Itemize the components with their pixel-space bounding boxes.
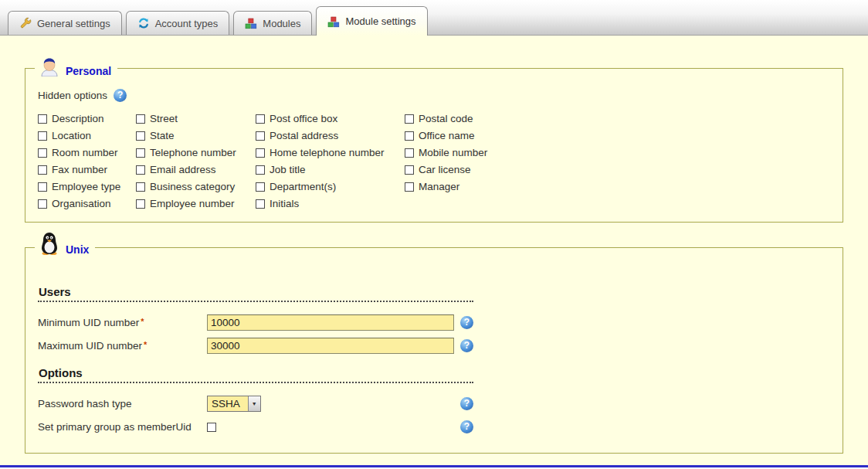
hidden-option-initials[interactable]: Initials xyxy=(256,198,405,209)
wrench-icon xyxy=(19,17,32,29)
personal-fieldset: Personal Hidden options ? Description St… xyxy=(25,68,843,223)
account-types-icon xyxy=(137,17,150,29)
min-uid-control xyxy=(207,314,454,331)
checkbox-icon[interactable] xyxy=(136,199,145,209)
min-uid-label: Minimum UID number* xyxy=(38,317,207,328)
hidden-option-employee-type[interactable]: Employee type xyxy=(38,181,136,192)
page-content: Personal Hidden options ? Description St… xyxy=(0,36,868,467)
checkbox-icon[interactable] xyxy=(405,148,414,158)
min-uid-row: Minimum UID number* ? xyxy=(38,314,830,331)
personal-legend: Personal xyxy=(35,56,117,80)
member-uid-checkbox[interactable] xyxy=(207,423,216,432)
member-uid-control xyxy=(207,423,454,432)
help-icon[interactable]: ? xyxy=(460,339,473,352)
checkbox-icon[interactable] xyxy=(405,131,414,141)
hidden-option-employee-number[interactable]: Employee number xyxy=(136,198,256,209)
help-icon[interactable]: ? xyxy=(460,316,473,329)
hidden-option-location[interactable]: Location xyxy=(38,130,136,141)
required-marker: * xyxy=(144,340,147,349)
checkbox-icon[interactable] xyxy=(405,182,414,192)
hidden-option-postal-code[interactable]: Postal code xyxy=(405,113,830,124)
hidden-option-state[interactable]: State xyxy=(136,130,256,141)
hidden-option-description[interactable]: Description xyxy=(38,113,136,124)
unix-legend: Unix xyxy=(35,232,95,258)
password-hash-label: Password hash type xyxy=(38,398,207,410)
checkbox-label: Description xyxy=(52,113,104,124)
help-icon[interactable]: ? xyxy=(114,89,127,102)
checkbox-icon[interactable] xyxy=(256,114,265,124)
help-icon[interactable]: ? xyxy=(460,397,473,410)
password-hash-control: SSHA ▼ xyxy=(207,396,454,412)
tab-module-settings[interactable]: Module settings xyxy=(316,6,427,36)
checkbox-icon[interactable] xyxy=(136,131,145,141)
checkbox-icon[interactable] xyxy=(256,199,265,209)
password-hash-select[interactable]: SSHA ▼ xyxy=(207,396,261,412)
help-icon[interactable]: ? xyxy=(460,420,473,433)
hidden-option-postal-address[interactable]: Postal address xyxy=(256,130,405,141)
hidden-option-business-category[interactable]: Business category xyxy=(136,181,256,192)
checkbox-label: Mobile number xyxy=(419,147,487,158)
hidden-option-car-license[interactable]: Car license xyxy=(405,164,830,175)
checkbox-icon[interactable] xyxy=(256,182,265,192)
checkbox-icon[interactable] xyxy=(256,165,265,175)
required-marker: * xyxy=(141,317,144,326)
checkbox-icon[interactable] xyxy=(38,199,47,209)
checkbox-icon[interactable] xyxy=(38,114,47,124)
chevron-down-icon[interactable]: ▼ xyxy=(248,396,260,411)
checkbox-icon[interactable] xyxy=(38,131,47,141)
tab-account-types[interactable]: Account types xyxy=(126,11,230,35)
module-settings-icon xyxy=(327,15,340,28)
tab-label: General settings xyxy=(37,18,110,29)
checkbox-icon[interactable] xyxy=(38,165,47,175)
checkbox-icon[interactable] xyxy=(405,165,414,175)
checkbox-icon[interactable] xyxy=(38,182,47,192)
checkbox-label: Initials xyxy=(270,198,299,209)
checkbox-label: Car license xyxy=(419,164,471,175)
hidden-option-office-name[interactable]: Office name xyxy=(405,130,830,141)
checkbox-icon[interactable] xyxy=(38,148,47,158)
hidden-options-label: Hidden options xyxy=(38,90,107,101)
personal-legend-label: Personal xyxy=(66,65,111,80)
checkbox-icon[interactable] xyxy=(136,165,145,175)
min-uid-input[interactable] xyxy=(207,314,454,331)
checkbox-label: Post office box xyxy=(270,113,337,124)
checkbox-icon[interactable] xyxy=(136,148,145,158)
checkbox-icon[interactable] xyxy=(136,182,145,192)
hidden-option-home-telephone-number[interactable]: Home telephone number xyxy=(256,147,405,158)
hidden-option-fax-number[interactable]: Fax number xyxy=(38,164,136,175)
checkbox-icon[interactable] xyxy=(136,114,145,124)
hidden-option-email-address[interactable]: Email address xyxy=(136,164,256,175)
checkbox-label: Street xyxy=(150,113,178,124)
hidden-option-street[interactable]: Street xyxy=(136,113,256,124)
password-hash-row: Password hash type SSHA ▼ ? xyxy=(38,396,830,412)
checkbox-icon[interactable] xyxy=(256,131,265,141)
checkbox-label: Room number xyxy=(52,147,118,158)
tab-modules[interactable]: Modules xyxy=(233,11,312,35)
unix-fieldset: Unix Users Minimum UID number* ? Maximum… xyxy=(25,247,843,454)
checkbox-label: Business category xyxy=(150,181,235,192)
checkbox-label: Fax number xyxy=(52,164,107,175)
checkbox-label: Postal address xyxy=(270,130,338,141)
tab-label: Account types xyxy=(155,18,219,29)
hidden-option-manager[interactable]: Manager xyxy=(405,181,830,192)
hidden-option-job-title[interactable]: Job title xyxy=(256,164,405,175)
checkbox-label: Location xyxy=(52,130,91,141)
checkbox-icon[interactable] xyxy=(405,114,414,124)
checkbox-label: Organisation xyxy=(52,198,111,209)
max-uid-input[interactable] xyxy=(207,338,454,354)
hidden-options-grid: Description Street Post office box Posta… xyxy=(38,113,830,209)
checkbox-label: Email address xyxy=(150,164,216,175)
hidden-option-mobile-number[interactable]: Mobile number xyxy=(405,147,830,158)
checkbox-icon[interactable] xyxy=(256,148,265,158)
hidden-option-room-number[interactable]: Room number xyxy=(38,147,136,158)
hidden-options-row: Hidden options ? xyxy=(38,89,830,102)
hidden-option-organisation[interactable]: Organisation xyxy=(38,198,136,209)
checkbox-label: State xyxy=(150,130,175,141)
tab-general-settings[interactable]: General settings xyxy=(8,11,122,35)
max-uid-label: Maximum UID number* xyxy=(38,340,207,352)
hidden-option-telephone-number[interactable]: Telephone number xyxy=(136,147,256,158)
hidden-option-departments[interactable]: Department(s) xyxy=(256,181,405,192)
hidden-option-post-office-box[interactable]: Post office box xyxy=(256,113,405,124)
field-label-text: Password hash type xyxy=(38,398,132,410)
tab-label: Modules xyxy=(263,18,300,29)
